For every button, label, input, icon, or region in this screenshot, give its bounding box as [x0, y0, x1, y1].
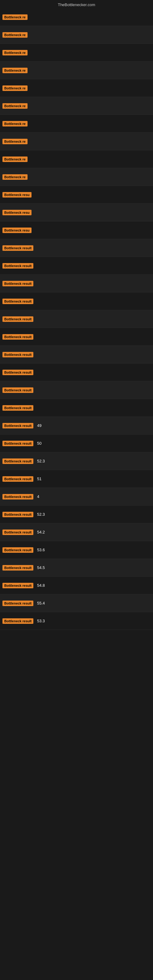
bottleneck-label: Bottleneck resu: [2, 228, 32, 233]
bottleneck-label: Bottleneck result: [2, 476, 33, 482]
bottleneck-label: Bottleneck result: [2, 317, 33, 322]
bottleneck-value: 54.2: [37, 530, 45, 535]
bottleneck-label: Bottleneck result: [2, 299, 33, 304]
bottleneck-value: 54.5: [37, 565, 45, 570]
bottleneck-label: Bottleneck re: [2, 103, 27, 109]
bottleneck-label: Bottleneck result: [2, 441, 33, 446]
bottleneck-label: Bottleneck re: [2, 50, 27, 56]
bottleneck-label: Bottleneck result: [2, 352, 33, 357]
table-row: Bottleneck result: [0, 239, 153, 257]
bottleneck-label: Bottleneck re: [2, 174, 27, 180]
table-row: Bottleneck result54.8: [0, 577, 153, 595]
table-row: Bottleneck result: [0, 364, 153, 381]
table-row: Bottleneck result: [0, 328, 153, 346]
table-row: Bottleneck re: [0, 133, 153, 150]
bottleneck-value: 50: [37, 441, 41, 445]
table-row: Bottleneck re: [0, 8, 153, 26]
bottleneck-value: 52.3: [37, 459, 45, 463]
bottleneck-label: Bottleneck result: [2, 263, 33, 269]
bottleneck-label: Bottleneck result: [2, 387, 33, 393]
bottleneck-label: Bottleneck resu: [2, 192, 32, 197]
bottleneck-label: Bottleneck result: [2, 583, 33, 588]
bottleneck-value: 49: [37, 423, 41, 428]
bottleneck-label: Bottleneck result: [2, 281, 33, 286]
table-row: Bottleneck result54.5: [0, 559, 153, 577]
table-row: Bottleneck result53.6: [0, 541, 153, 559]
bottleneck-label: Bottleneck re: [2, 86, 27, 91]
bottleneck-value: 53.3: [37, 619, 45, 623]
bottleneck-value: 54.8: [37, 583, 45, 588]
table-row: Bottleneck result4: [0, 488, 153, 506]
bottleneck-label: Bottleneck result: [2, 565, 33, 571]
table-row: Bottleneck result54.2: [0, 523, 153, 541]
table-row: Bottleneck resu: [0, 221, 153, 239]
bottleneck-label: Bottleneck result: [2, 618, 33, 624]
table-row: Bottleneck re: [0, 97, 153, 115]
bottleneck-value: 52.3: [37, 512, 45, 517]
table-row: Bottleneck result: [0, 293, 153, 310]
table-row: Bottleneck result: [0, 346, 153, 364]
table-row: Bottleneck re: [0, 44, 153, 62]
bottleneck-label: Bottleneck result: [2, 423, 33, 428]
bottleneck-label: Bottleneck re: [2, 68, 27, 73]
table-row: Bottleneck result: [0, 257, 153, 275]
table-row: Bottleneck resu: [0, 186, 153, 204]
table-row: Bottleneck re: [0, 168, 153, 186]
table-row: Bottleneck re: [0, 79, 153, 97]
bottleneck-label: Bottleneck result: [2, 512, 33, 517]
table-row: Bottleneck re: [0, 150, 153, 168]
table-row: Bottleneck result51: [0, 470, 153, 488]
table-row: Bottleneck result50: [0, 434, 153, 452]
bottleneck-label: Bottleneck result: [2, 458, 33, 464]
table-row: Bottleneck result: [0, 381, 153, 399]
table-row: Bottleneck resu: [0, 204, 153, 221]
bottleneck-label: Bottleneck result: [2, 530, 33, 535]
bottleneck-label: Bottleneck re: [2, 139, 27, 144]
table-row: Bottleneck result52.3: [0, 452, 153, 470]
bottleneck-label: Bottleneck result: [2, 370, 33, 375]
bottleneck-label: Bottleneck re: [2, 156, 27, 162]
bottleneck-label: Bottleneck result: [2, 601, 33, 606]
bottleneck-label: Bottleneck re: [2, 32, 27, 38]
bottleneck-value: 51: [37, 477, 41, 481]
table-row: Bottleneck result: [0, 310, 153, 328]
bottleneck-label: Bottleneck result: [2, 405, 33, 411]
table-row: Bottleneck re: [0, 115, 153, 133]
rows-container: Bottleneck reBottleneck reBottleneck reB…: [0, 8, 153, 630]
bottleneck-label: Bottleneck result: [2, 547, 33, 553]
table-row: Bottleneck result55.4: [0, 595, 153, 612]
site-title: TheBottlenecker.com: [0, 0, 153, 8]
bottleneck-value: 4: [37, 494, 39, 499]
table-row: Bottleneck result: [0, 275, 153, 293]
bottleneck-label: Bottleneck result: [2, 334, 33, 340]
bottleneck-label: Bottleneck re: [2, 121, 27, 126]
bottleneck-value: 53.6: [37, 547, 45, 552]
table-row: Bottleneck result49: [0, 417, 153, 434]
bottleneck-value: 55.4: [37, 601, 45, 605]
bottleneck-label: Bottleneck re: [2, 14, 27, 20]
table-row: Bottleneck re: [0, 62, 153, 79]
header: TheBottlenecker.com: [0, 0, 153, 8]
bottleneck-label: Bottleneck result: [2, 245, 33, 251]
table-row: Bottleneck result52.3: [0, 506, 153, 523]
table-row: Bottleneck result: [0, 399, 153, 417]
bottleneck-label: Bottleneck result: [2, 494, 33, 500]
bottleneck-label: Bottleneck resu: [2, 210, 32, 215]
table-row: Bottleneck re: [0, 26, 153, 44]
table-row: Bottleneck result53.3: [0, 612, 153, 630]
